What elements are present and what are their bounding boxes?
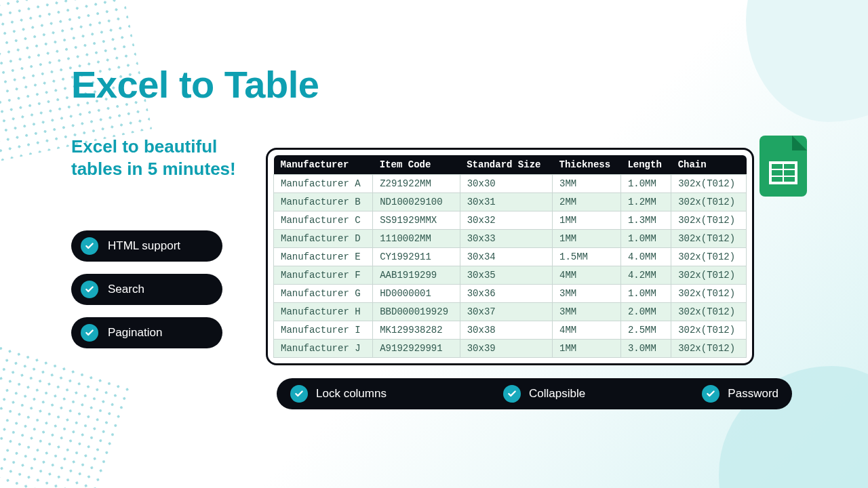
table-row: Manufacturer CSS91929MMX30x321MM1.3MM302… [274, 211, 747, 230]
col-header: Item Code [373, 155, 460, 175]
page-subtitle: Excel to beautiful tables in 5 minutes! [71, 136, 254, 180]
decorative-blob [746, 0, 868, 122]
feature-label: Pagination [108, 326, 162, 340]
page-title: Excel to Table [71, 62, 319, 106]
table-cell: 1.3MM [620, 211, 671, 230]
table-cell: Manufacturer A [274, 175, 373, 193]
table-header-row: Manufacturer Item Code Standard Size Thi… [274, 155, 747, 175]
table-cell: 1.5MM [553, 248, 621, 266]
table-cell: Manufacturer J [274, 340, 373, 358]
table-row: Manufacturer GHD000000130x363MM1.0MM302x… [274, 285, 747, 303]
table-cell: 30x30 [460, 175, 552, 193]
feature-label: HTML support [108, 239, 180, 253]
table-cell: 30x39 [460, 340, 552, 358]
table-cell: BBD000019929 [373, 303, 460, 321]
table-cell: 302x(T012) [671, 285, 747, 303]
feature-pill-search: Search [71, 274, 222, 305]
feature-label: Password [728, 387, 778, 401]
feature-pill-collapsible: Collapsible [503, 385, 585, 403]
table-cell: 2MM [553, 193, 621, 211]
col-header: Standard Size [460, 155, 552, 175]
table-cell: 302x(T012) [671, 211, 747, 230]
table-row: Manufacturer JA919292999130x391MM3.0MM30… [274, 340, 747, 358]
decorative-dots [0, 328, 133, 488]
table-cell: 302x(T012) [671, 230, 747, 248]
table-cell: 1.0MM [620, 230, 671, 248]
table-cell: 302x(T012) [671, 340, 747, 358]
table-cell: 302x(T012) [671, 175, 747, 193]
table-row: Manufacturer ECY199291130x341.5MM4.0MM30… [274, 248, 747, 266]
table-cell: Manufacturer F [274, 266, 373, 285]
col-header: Chain [671, 155, 747, 175]
table-cell: 30x37 [460, 303, 552, 321]
table-cell: Manufacturer C [274, 211, 373, 230]
table-cell: SS91929MMX [373, 211, 460, 230]
table-cell: 3MM [553, 303, 621, 321]
table-cell: Manufacturer G [274, 285, 373, 303]
table-cell: 1.2MM [620, 193, 671, 211]
table-cell: 1MM [553, 211, 621, 230]
feature-pill-pagination: Pagination [71, 317, 222, 348]
col-header: Manufacturer [274, 155, 373, 175]
table-cell: HD0000001 [373, 285, 460, 303]
table-row: Manufacturer AZ291922MM30x303MM1.0MM302x… [274, 175, 747, 193]
table-row: Manufacturer BND10002910030x312MM1.2MM30… [274, 193, 747, 211]
table-cell: Manufacturer I [274, 321, 373, 340]
table-cell: 4MM [553, 266, 621, 285]
feature-label: Collapsible [529, 387, 585, 401]
feature-label: Lock columns [316, 387, 387, 401]
table-cell: Z291922MM [373, 175, 460, 193]
table-cell: 30x36 [460, 285, 552, 303]
table-cell: 1MM [553, 340, 621, 358]
spreadsheet-icon [760, 136, 807, 197]
table-cell: 302x(T012) [671, 303, 747, 321]
table-cell: 3.0MM [620, 340, 671, 358]
check-icon [702, 385, 719, 403]
table-cell: MK129938282 [373, 321, 460, 340]
check-icon [290, 385, 308, 403]
check-icon [503, 385, 521, 403]
feature-pill-password: Password [702, 385, 778, 403]
table-cell: 30x38 [460, 321, 552, 340]
table-cell: Manufacturer E [274, 248, 373, 266]
table-cell: 302x(T012) [671, 321, 747, 340]
col-header: Thickness [553, 155, 621, 175]
table-cell: Manufacturer H [274, 303, 373, 321]
table-cell: A9192929991 [373, 340, 460, 358]
table-row: Manufacturer IMK12993828230x384MM2.5MM30… [274, 321, 747, 340]
table-cell: 3MM [553, 175, 621, 193]
table-cell: 302x(T012) [671, 193, 747, 211]
table-cell: ND100029100 [373, 193, 460, 211]
table-cell: 30x32 [460, 211, 552, 230]
table-cell: 30x35 [460, 266, 552, 285]
data-table-panel: Manufacturer Item Code Standard Size Thi… [266, 148, 754, 365]
table-cell: 302x(T012) [671, 248, 747, 266]
table-cell: 2.5MM [620, 321, 671, 340]
data-table: Manufacturer Item Code Standard Size Thi… [273, 155, 747, 358]
table-row: Manufacturer FAAB191929930x354MM4.2MM302… [274, 266, 747, 285]
table-cell: 30x33 [460, 230, 552, 248]
bottom-feature-row: Lock columns Collapsible Password [277, 378, 792, 409]
table-cell: 1.0MM [620, 175, 671, 193]
feature-pill-lock-columns: Lock columns [290, 385, 387, 403]
table-row: Manufacturer D1110002MM30x331MM1.0MM302x… [274, 230, 747, 248]
table-cell: Manufacturer B [274, 193, 373, 211]
table-row: Manufacturer HBBD00001992930x373MM2.0MM3… [274, 303, 747, 321]
table-cell: 302x(T012) [671, 266, 747, 285]
check-icon [81, 324, 98, 342]
table-cell: CY1992911 [373, 248, 460, 266]
table-cell: 1110002MM [373, 230, 460, 248]
feature-pill-html-support: HTML support [71, 230, 222, 262]
check-icon [81, 237, 98, 255]
table-cell: 4.2MM [620, 266, 671, 285]
feature-label: Search [108, 283, 144, 296]
table-cell: 2.0MM [620, 303, 671, 321]
table-cell: 3MM [553, 285, 621, 303]
col-header: Length [620, 155, 671, 175]
table-cell: 4MM [553, 321, 621, 340]
table-cell: 4.0MM [620, 248, 671, 266]
check-icon [81, 281, 98, 298]
table-cell: 1.0MM [620, 285, 671, 303]
side-feature-list: HTML support Search Pagination [71, 230, 222, 348]
table-cell: Manufacturer D [274, 230, 373, 248]
